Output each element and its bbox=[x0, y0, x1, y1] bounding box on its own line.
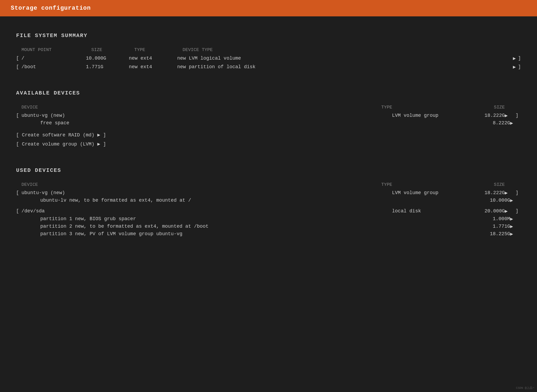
bracket-open: [ bbox=[16, 208, 21, 214]
free-space-row: free space 8.222G ▶ bbox=[16, 119, 521, 127]
fs-type-value: new ext4 bbox=[129, 56, 177, 61]
main-content: FILE SYSTEM SUMMARY MOUNT POINT SIZE TYP… bbox=[0, 16, 537, 392]
fs-devtype-value: new partition of local disk bbox=[177, 64, 511, 70]
create-raid-button[interactable]: [ Create software RAID (md) ▶ ] bbox=[16, 130, 521, 139]
fs-col-mount: MOUNT POINT bbox=[21, 47, 91, 52]
used-col-device: DEVICE bbox=[21, 182, 381, 187]
arrow-icon: ▶ bbox=[510, 197, 521, 203]
arrow-icon: ▶ bbox=[505, 112, 516, 118]
fs-size-value: 10.000G bbox=[86, 56, 129, 61]
arrow-icon: ▶ bbox=[513, 55, 516, 61]
arrow-icon: ▶ bbox=[505, 208, 516, 214]
table-row[interactable]: [ /dev/sda local disk 20.000G ▶ ] bbox=[16, 207, 521, 215]
table-row[interactable]: [ ubuntu-vg (new) LVM volume group 18.22… bbox=[16, 111, 521, 119]
partition-size: 18.225G bbox=[473, 231, 510, 237]
create-volume-group-button[interactable]: [ Create volume group (LVM) ▶ ] bbox=[16, 139, 521, 148]
fs-mount-value: / bbox=[21, 56, 86, 61]
bracket-open: [ bbox=[16, 56, 21, 61]
fs-col-size: SIZE bbox=[91, 47, 134, 52]
arrow-icon: ▶ bbox=[510, 216, 521, 222]
title-bar: Storage configuration bbox=[0, 0, 537, 16]
arrow-icon: ▶ bbox=[513, 64, 516, 70]
fs-col-devtype: DEVICE TYPE bbox=[183, 47, 521, 52]
bracket-open: [ bbox=[16, 113, 21, 118]
used-size-value: 20.000G bbox=[467, 208, 505, 214]
list-item: partition 3 new, PV of LVM volume group … bbox=[16, 230, 521, 238]
used-size-value: 18.222G bbox=[467, 190, 505, 195]
list-item: partition 2 new, to be formatted as ext4… bbox=[16, 223, 521, 230]
bracket-close: ] bbox=[516, 113, 521, 118]
fs-devtype-value: new LVM logical volume bbox=[177, 56, 511, 61]
partition-label: partition 3 new, PV of LVM volume group … bbox=[40, 231, 473, 237]
arrow-icon: ▶ bbox=[510, 231, 521, 237]
arrow-icon: ▶ bbox=[510, 120, 521, 126]
bracket-open: [ bbox=[16, 190, 21, 195]
free-space-size: 8.222G bbox=[473, 120, 510, 126]
used-device-value: ubuntu-vg (new) bbox=[21, 190, 392, 195]
table-row[interactable]: [ / 10.000G new ext4 new LVM logical vol… bbox=[16, 54, 521, 63]
sub-item-size: 10.000G bbox=[473, 198, 510, 203]
avail-col-type: TYPE bbox=[381, 105, 456, 110]
fs-summary-header: FILE SYSTEM SUMMARY bbox=[16, 32, 521, 39]
avail-device-value: ubuntu-vg (new) bbox=[21, 113, 392, 118]
arrow-icon: ▶ bbox=[510, 223, 521, 229]
available-devices-header: AVAILABLE DEVICES bbox=[16, 90, 521, 96]
partition-size: 1.771G bbox=[473, 224, 510, 229]
used-col-type: TYPE bbox=[381, 182, 456, 187]
avail-size-value: 18.222G bbox=[467, 113, 505, 118]
avail-table-header: DEVICE TYPE SIZE bbox=[16, 105, 521, 110]
arrow-icon: ▶ bbox=[505, 190, 516, 196]
table-row[interactable]: [ ubuntu-vg (new) LVM volume group 18.22… bbox=[16, 189, 521, 197]
used-type-value: local disk bbox=[392, 208, 467, 214]
fs-size-value: 1.771G bbox=[86, 64, 129, 70]
bracket-close: ] bbox=[518, 64, 521, 70]
avail-type-value: LVM volume group bbox=[392, 113, 467, 118]
used-col-size: SIZE bbox=[456, 182, 505, 187]
list-item: ubuntu-lv new, to be formatted as ext4, … bbox=[16, 197, 521, 204]
partition-label: partition 1 new, BIOS grub spacer bbox=[40, 216, 473, 222]
table-row[interactable]: [ /boot 1.771G new ext4 new partition of… bbox=[16, 63, 521, 71]
list-item: partition 1 new, BIOS grub spacer 1.000M… bbox=[16, 215, 521, 223]
fs-col-type: TYPE bbox=[134, 47, 183, 52]
fs-mount-value: /boot bbox=[21, 64, 86, 70]
bracket-open: [ bbox=[16, 64, 21, 70]
used-device-value: /dev/sda bbox=[21, 208, 392, 214]
avail-col-size: SIZE bbox=[456, 105, 505, 110]
bracket-close: ] bbox=[518, 56, 521, 61]
used-type-value: LVM volume group bbox=[392, 190, 467, 195]
used-table-header: DEVICE TYPE SIZE bbox=[16, 182, 521, 187]
bracket-close: ] bbox=[516, 190, 521, 195]
partition-size: 1.000M bbox=[473, 216, 510, 222]
fs-type-value: new ext4 bbox=[129, 64, 177, 70]
page-title: Storage configuration bbox=[11, 5, 91, 12]
used-devices-header: USED DEVICES bbox=[16, 167, 521, 173]
avail-col-device: DEVICE bbox=[21, 105, 381, 110]
partition-label: partition 2 new, to be formatted as ext4… bbox=[40, 224, 473, 229]
watermark: CSDN @上品~ bbox=[516, 386, 534, 390]
sub-item-label: ubuntu-lv new, to be formatted as ext4, … bbox=[40, 198, 473, 203]
fs-table-header: MOUNT POINT SIZE TYPE DEVICE TYPE bbox=[16, 47, 521, 52]
free-space-label: free space bbox=[40, 120, 473, 126]
bracket-close: ] bbox=[516, 208, 521, 214]
